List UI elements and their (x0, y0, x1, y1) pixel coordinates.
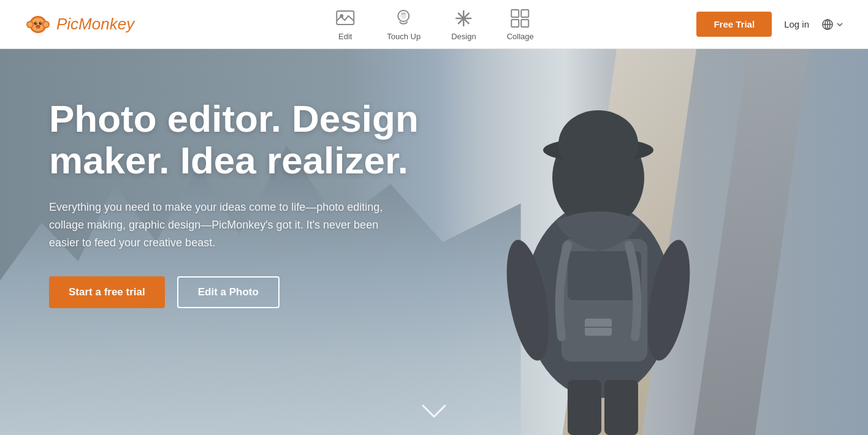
figure-backpacker (421, 55, 776, 435)
backpacker-svg (421, 55, 776, 435)
header: PicMonkey Edit (0, 0, 868, 49)
svg-point-9 (40, 22, 42, 23)
svg-point-3 (28, 22, 32, 27)
edit-photo-button[interactable]: Edit a Photo (177, 276, 280, 308)
chevron-down-large-icon (422, 403, 446, 420)
design-icon (452, 7, 474, 29)
svg-point-12 (39, 25, 40, 26)
svg-rect-42 (604, 380, 638, 435)
nav-edit-label: Edit (338, 32, 352, 41)
nav-collage-label: Collage (507, 32, 534, 41)
svg-point-17 (401, 13, 407, 19)
logo[interactable]: PicMonkey (25, 11, 134, 38)
logo-text: PicMonkey (56, 15, 134, 34)
hero-subtitle: Everything you need to make your ideas c… (49, 199, 392, 251)
svg-point-6 (34, 21, 37, 25)
svg-point-11 (37, 25, 38, 26)
chevron-down-icon (836, 21, 843, 28)
svg-point-5 (44, 22, 48, 27)
svg-rect-24 (522, 10, 529, 17)
main-nav: Edit Touch Up (334, 7, 533, 41)
header-right: Free Trial Log in (696, 12, 843, 37)
nav-touchup-label: Touch Up (387, 32, 421, 41)
nav-design[interactable]: Design (451, 7, 476, 41)
globe-icon (821, 18, 834, 31)
svg-point-34 (558, 110, 638, 178)
hero-buttons: Start a free trial Edit a Photo (49, 276, 441, 308)
hero-title: Photo editor. Design maker. Idea realize… (49, 98, 441, 181)
free-trial-button[interactable]: Free Trial (696, 12, 772, 37)
login-link[interactable]: Log in (784, 19, 809, 29)
touchup-icon (393, 7, 415, 29)
hero-content: Photo editor. Design maker. Idea realize… (49, 98, 441, 308)
edit-icon (334, 7, 356, 29)
svg-point-7 (39, 21, 42, 25)
language-selector[interactable] (821, 18, 843, 31)
logo-icon (25, 11, 51, 38)
collage-icon (509, 7, 531, 29)
start-free-trial-button[interactable]: Start a free trial (49, 276, 165, 308)
svg-point-22 (462, 17, 465, 20)
nav-design-label: Design (451, 32, 476, 41)
svg-rect-41 (568, 380, 601, 435)
svg-rect-26 (522, 20, 529, 27)
hero-section: Photo editor. Design maker. Idea realize… (0, 49, 868, 435)
svg-rect-25 (512, 20, 519, 27)
scroll-down-button[interactable] (422, 403, 446, 420)
nav-collage[interactable]: Collage (507, 7, 534, 41)
nav-edit[interactable]: Edit (334, 7, 356, 41)
nav-touchup[interactable]: Touch Up (387, 7, 421, 41)
svg-rect-23 (512, 10, 519, 17)
svg-point-8 (36, 22, 37, 23)
